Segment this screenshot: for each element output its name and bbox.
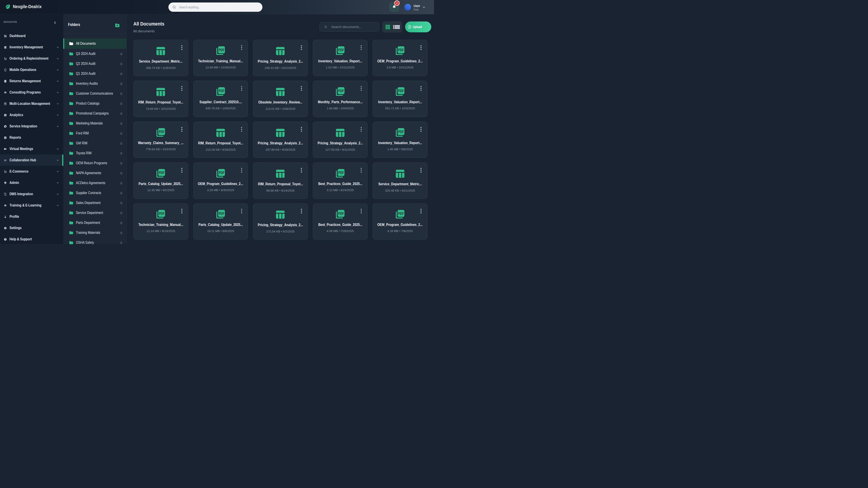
- svg-text:PDF: PDF: [338, 171, 344, 175]
- svg-text:PDF: PDF: [398, 89, 404, 93]
- svg-text:PDF: PDF: [159, 212, 164, 216]
- svg-text:PDF: PDF: [398, 130, 404, 134]
- svg-text:PDF: PDF: [219, 171, 224, 175]
- svg-text:PDF: PDF: [219, 212, 224, 216]
- svg-text:PDF: PDF: [398, 48, 404, 52]
- svg-text:PDF: PDF: [398, 212, 404, 216]
- svg-text:PDF: PDF: [159, 171, 164, 175]
- svg-text:PDF: PDF: [219, 89, 224, 93]
- svg-text:PDF: PDF: [219, 48, 224, 52]
- svg-text:PDF: PDF: [338, 48, 344, 52]
- svg-text:PDF: PDF: [159, 130, 164, 134]
- svg-text:PDF: PDF: [338, 89, 344, 93]
- svg-text:PDF: PDF: [338, 212, 344, 216]
